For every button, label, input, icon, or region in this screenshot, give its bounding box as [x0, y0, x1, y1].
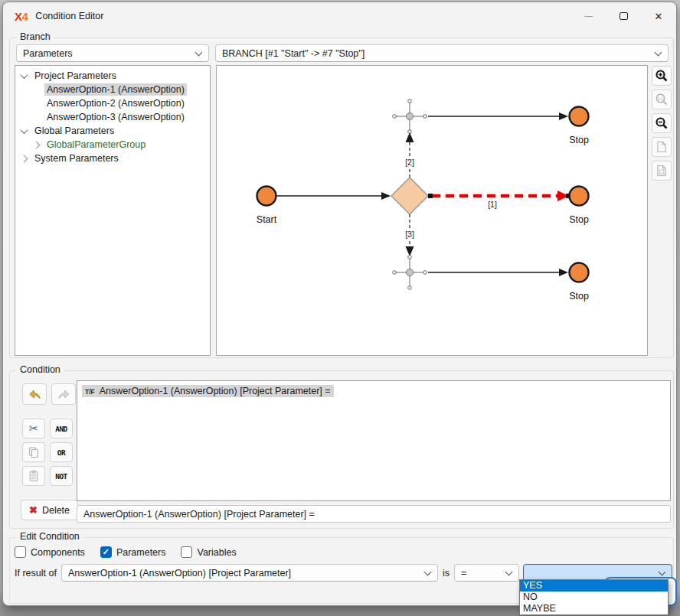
branch-diagram: [2] Start: [217, 66, 647, 355]
zoom-in-button[interactable]: [652, 66, 672, 86]
connector-cross-bottom: [393, 256, 427, 290]
close-icon: ✕: [655, 11, 663, 21]
minimize-button[interactable]: [570, 2, 606, 30]
fit-page-icon: [655, 141, 668, 153]
undo-icon: [28, 388, 41, 401]
branch-mode-select[interactable]: Parameters: [16, 44, 209, 62]
checkbox-unchecked-icon: [181, 546, 192, 558]
window-title: Condition Editor: [35, 11, 103, 21]
edge-1-selected[interactable]: [1]: [428, 191, 570, 209]
tree-item-globalparametergroup[interactable]: GlobalParameterGroup: [15, 138, 210, 152]
option-maybe[interactable]: MAYBE: [520, 603, 668, 614]
edge-bottom-to-stop[interactable]: [428, 269, 568, 276]
tree-item-answeroption-2[interactable]: AnswerOption-2 (AnswerOption): [15, 96, 210, 110]
stop-node-label: Stop: [569, 291, 589, 301]
redo-icon: [57, 388, 70, 401]
checkbox-unchecked-icon: [15, 546, 26, 558]
fit-page-button[interactable]: [652, 137, 672, 157]
chevron-down-icon: [655, 48, 662, 56]
operator-select[interactable]: =: [454, 564, 519, 582]
redo-button[interactable]: [51, 383, 76, 405]
edge-top-to-stop[interactable]: [428, 112, 568, 120]
paste-button[interactable]: [22, 466, 45, 486]
chevron-expanded-icon[interactable]: [21, 126, 28, 134]
tree-item-project-parameters[interactable]: Project Parameters: [15, 69, 210, 83]
variables-checkbox[interactable]: Variables: [181, 546, 236, 558]
edge-2-label: [2]: [405, 158, 414, 167]
stop-node-bottom[interactable]: Stop: [569, 263, 589, 302]
branch-diamond-node[interactable]: [391, 178, 428, 214]
condition-list[interactable]: T/F AnswerOption-1 (AnswerOption) [Proje…: [77, 380, 671, 501]
components-checkbox[interactable]: Components: [15, 546, 85, 558]
svg-text:1:1: 1:1: [658, 96, 664, 101]
chevron-down-icon: [195, 48, 203, 56]
fit-selection-button[interactable]: [652, 161, 672, 181]
tree-item-answeroption-1[interactable]: AnswerOption-1 (AnswerOption): [15, 83, 210, 96]
branch-diagram-panel: [2] Start: [216, 65, 648, 356]
edge-start-to-branch[interactable]: [276, 192, 391, 200]
edge-1-label: [1]: [488, 200, 497, 209]
maximize-icon: [620, 12, 628, 20]
condition-group-label: Condition: [16, 364, 64, 375]
branch-group: Branch Parameters BRANCH [#1 "Start" -> …: [9, 37, 674, 358]
start-node-label: Start: [257, 214, 277, 225]
parameters-checkbox[interactable]: Parameters: [100, 546, 166, 558]
is-label: is: [443, 564, 450, 582]
option-no[interactable]: NO: [520, 592, 668, 603]
not-button[interactable]: NOT: [50, 466, 73, 486]
titlebar: X4 Condition Editor ✕: [3, 2, 676, 30]
zoom-actual-size-icon: 1:1: [655, 93, 669, 106]
condition-summary-field: AnswerOption-1 (AnswerOption) [Project P…: [77, 505, 671, 523]
undo-button[interactable]: [22, 383, 47, 405]
condition-list-item[interactable]: T/F AnswerOption-1 (AnswerOption) [Proje…: [82, 385, 334, 397]
condition-editor-window: X4 Condition Editor ✕ Branch Parameters …: [2, 2, 677, 606]
chevron-down-icon: [424, 568, 432, 575]
minimize-icon: [584, 16, 593, 17]
option-yes[interactable]: YES: [520, 580, 668, 592]
result-of-select[interactable]: AnswerOption-1 (AnswerOption) [Project P…: [61, 564, 438, 582]
chevron-collapsed-icon[interactable]: [33, 141, 41, 148]
parameter-tree: Project Parameters AnswerOption-1 (Answe…: [15, 65, 211, 356]
edit-condition-group-label: Edit Condition: [16, 531, 83, 542]
connector-cross-top: [393, 99, 427, 134]
stop-node-label: Stop: [569, 214, 589, 225]
fit-selection-icon: [655, 165, 668, 177]
delete-button[interactable]: ✖ Delete: [21, 500, 78, 520]
copy-icon: [28, 446, 40, 458]
tree-item-system-parameters[interactable]: System Parameters: [15, 152, 210, 165]
maximize-button[interactable]: [606, 2, 641, 30]
edge-3-label: [3]: [405, 230, 414, 239]
chevron-down-icon: [659, 568, 666, 575]
edge-2[interactable]: [2]: [403, 132, 417, 178]
tree-item-global-parameters[interactable]: Global Parameters: [15, 124, 210, 138]
cut-button[interactable]: ✂: [22, 419, 45, 438]
true-false-badge: T/F: [85, 388, 95, 396]
stop-node-middle[interactable]: Stop: [569, 187, 589, 226]
or-button[interactable]: OR: [50, 442, 73, 462]
zoom-actual-size-button[interactable]: 1:1: [652, 90, 672, 109]
branch-select[interactable]: BRANCH [#1 "Start" -> #7 "Stop"]: [215, 44, 669, 62]
tree-item-answeroption-3[interactable]: AnswerOption-3 (AnswerOption): [15, 110, 210, 124]
condition-group: Condition ✂ AND OR: [9, 370, 674, 529]
edge-3[interactable]: [3]: [403, 214, 417, 256]
zoom-in-icon: [655, 69, 669, 83]
stop-node-label: Stop: [569, 135, 589, 145]
and-button[interactable]: AND: [50, 419, 73, 438]
delete-x-icon: ✖: [29, 504, 38, 516]
paste-icon: [28, 470, 40, 482]
stop-node-top[interactable]: Stop: [569, 107, 589, 146]
chevron-collapsed-icon[interactable]: [21, 155, 28, 162]
chevron-down-icon: [505, 568, 513, 575]
zoom-out-button[interactable]: [652, 113, 672, 133]
x4-logo-icon: X4: [15, 10, 28, 23]
zoom-out-icon: [655, 116, 669, 130]
value-select-popup: YES NO MAYBE: [519, 579, 669, 615]
close-button[interactable]: ✕: [641, 2, 676, 30]
if-result-of-label: If result of: [15, 564, 57, 582]
chevron-expanded-icon[interactable]: [21, 71, 28, 79]
cut-icon: ✂: [29, 422, 39, 435]
start-node[interactable]: Start: [257, 187, 277, 226]
branch-group-label: Branch: [16, 31, 54, 42]
copy-button[interactable]: [22, 442, 45, 462]
checkbox-checked-icon: [100, 546, 112, 558]
